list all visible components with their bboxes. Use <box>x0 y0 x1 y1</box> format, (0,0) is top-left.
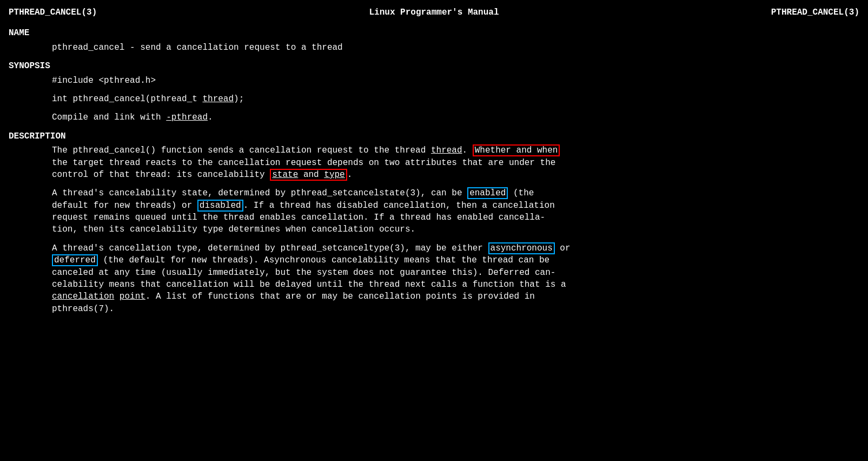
description-para2-line4: tion, then its cancelability type determ… <box>52 223 859 235</box>
asynchronous-highlight: asynchronous <box>488 242 555 254</box>
para2-text: A thread's cancelability state, determin… <box>52 188 467 198</box>
name-section: NAME pthread_cancel - send a cancellatio… <box>9 27 859 54</box>
description-para1-line2: the target thread reacts to the cancella… <box>52 157 859 169</box>
synopsis-function: int pthread_cancel(pthread_t thread); <box>52 93 859 105</box>
type-underline: type <box>324 170 344 180</box>
para3-deferred-cont: (the default for new threads). Asynchron… <box>98 255 549 265</box>
deferred-highlight: deferred <box>52 254 98 266</box>
para2-cont2: request remains queued until the thread … <box>52 213 545 222</box>
para1-cont2: control of that thread: its cancelabilit… <box>52 170 270 180</box>
description-para2-line2: default for new threads) or disabled. If… <box>52 200 859 212</box>
para3-pthreads: pthreads(7). <box>52 304 114 314</box>
enabled-highlight: enabled <box>467 187 508 199</box>
description-para1: The pthread_cancel() function sends a ca… <box>52 144 859 156</box>
para2-cont: default for new threads) or <box>52 201 197 210</box>
header-center: Linux Programmer's Manual <box>369 6 499 18</box>
pthread-link: -pthread <box>166 113 208 122</box>
para1-before: The pthread_cancel() function sends a ca… <box>52 146 431 155</box>
name-content: pthread_cancel - send a cancellation req… <box>52 42 859 54</box>
disabled-highlight: disabled <box>197 200 243 212</box>
para1-period: . <box>462 146 468 155</box>
para2-cont3: tion, then its cancelability type determ… <box>52 225 415 234</box>
description-para1-line3: control of that thread: its cancelabilit… <box>52 169 859 181</box>
description-para3: A thread's cancellation type, determined… <box>52 242 859 254</box>
header-right: PTHREAD_CANCEL(3) <box>771 6 859 18</box>
para1-thread-link: thread <box>431 146 462 155</box>
description-section: DESCRIPTION The pthread_cancel() functio… <box>9 130 859 315</box>
synopsis-include: #include <pthread.h> <box>52 75 859 87</box>
description-para3-line3: canceled at any time (usually immediatel… <box>52 267 859 279</box>
para2-enabled-cont: (the <box>508 188 534 198</box>
state-type-highlight: state and type <box>270 169 347 181</box>
para3-cont2: canceled at any time (usually immediatel… <box>52 268 555 278</box>
description-para3-line6: pthreads(7). <box>52 303 859 315</box>
synopsis-compile: Compile and link with -pthread. <box>52 111 859 123</box>
para3-async-cont: or <box>555 243 571 253</box>
point-underline: point <box>120 292 145 301</box>
cancellation-underline: cancellation <box>52 292 114 301</box>
synopsis-section: SYNOPSIS #include <pthread.h> int pthrea… <box>9 60 859 124</box>
description-para2: A thread's cancelability state, determin… <box>52 187 859 199</box>
para3-cont4: . A list of functions that are or may be… <box>145 292 535 301</box>
para1-cont: the target thread reacts to the cancella… <box>52 158 555 168</box>
description-para3-line4: celability means that cancellation will … <box>52 279 859 291</box>
para3-text: A thread's cancellation type, determined… <box>52 243 488 253</box>
para1-end: . <box>347 170 353 180</box>
para3-cont3: celability means that cancellation will … <box>52 280 566 289</box>
manual-header: PTHREAD_CANCEL(3) Linux Programmer's Man… <box>9 6 859 18</box>
para2-disabled-cont: . If a thread has disabled cancellation,… <box>243 201 555 210</box>
synopsis-title: SYNOPSIS <box>9 60 859 72</box>
header-left: PTHREAD_CANCEL(3) <box>9 6 97 18</box>
description-para3-line2: deferred (the default for new threads). … <box>52 254 859 266</box>
description-title: DESCRIPTION <box>9 130 859 142</box>
description-para2-line3: request remains queued until the thread … <box>52 212 859 223</box>
description-para3-line5: cancellation point. A list of functions … <box>52 291 859 302</box>
thread-underline: thread <box>202 94 234 104</box>
whether-and-when-highlight: Whether and when <box>473 144 560 156</box>
state-underline: state <box>272 170 298 180</box>
name-title: NAME <box>9 27 859 39</box>
